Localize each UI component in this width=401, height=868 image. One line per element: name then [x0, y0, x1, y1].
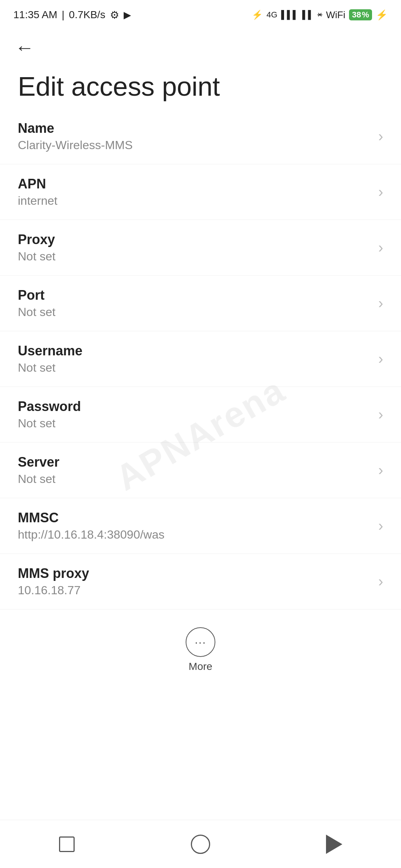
settings-item-value: Not set — [18, 361, 371, 375]
settings-item-content: Proxy Not set — [18, 232, 371, 263]
bottom-nav — [0, 820, 401, 868]
settings-item[interactable]: Name Clarity-Wireless-MMS › — [0, 109, 401, 164]
settings-item-content: Port Not set — [18, 287, 371, 319]
home-button[interactable] — [182, 829, 219, 859]
settings-item[interactable]: MMS proxy 10.16.18.77 › — [0, 554, 401, 609]
settings-item-content: Password Not set — [18, 399, 371, 430]
settings-item-label: Name — [18, 121, 371, 136]
chevron-right-icon: › — [378, 462, 383, 479]
signal-bars2-icon: ▌▌ — [302, 10, 314, 20]
video-icon: ▶ — [124, 9, 131, 21]
signal-bars-icon: ▌▌▌ — [281, 10, 299, 20]
status-bar: 11:35 AM | 0.7KB/s ⚙ ▶ ⚡ 4G ▌▌▌ ▌▌ × WiF… — [0, 0, 401, 27]
settings-item-value: 10.16.18.77 — [18, 583, 371, 597]
settings-item-value: internet — [18, 194, 371, 208]
settings-item-value: Not set — [18, 417, 371, 430]
chevron-right-icon: › — [378, 184, 383, 200]
settings-item-content: Server Not set — [18, 454, 371, 486]
status-right: ⚡ 4G ▌▌▌ ▌▌ × WiFi 38 % ⚡ — [252, 9, 388, 21]
more-button-container: ··· More — [0, 617, 401, 680]
settings-item[interactable]: Proxy Not set › — [0, 220, 401, 276]
settings-item-label: Proxy — [18, 232, 371, 247]
charging-icon: ⚡ — [376, 9, 388, 21]
settings-item-content: MMS proxy 10.16.18.77 — [18, 566, 371, 597]
settings-item-label: APN — [18, 176, 371, 192]
settings-icon: ⚙ — [110, 9, 119, 21]
chevron-right-icon: › — [378, 351, 383, 367]
settings-item-content: Name Clarity-Wireless-MMS — [18, 121, 371, 152]
back-icon — [326, 835, 342, 854]
home-icon — [191, 835, 210, 854]
chevron-right-icon: › — [378, 406, 383, 423]
battery-indicator: 38 % — [349, 9, 372, 20]
recents-icon — [59, 836, 75, 852]
more-label: More — [189, 661, 212, 673]
chevron-right-icon: › — [378, 239, 383, 256]
no-signal-icon: × — [317, 10, 322, 20]
settings-item-label: Server — [18, 454, 371, 470]
settings-item-content: Username Not set — [18, 343, 371, 375]
settings-item-label: MMS proxy — [18, 566, 371, 581]
battery-percent: 38 — [352, 10, 361, 20]
settings-item-label: Username — [18, 343, 371, 359]
settings-item[interactable]: Password Not set › — [0, 387, 401, 443]
settings-item[interactable]: APN internet › — [0, 164, 401, 220]
more-button[interactable]: ··· — [186, 627, 215, 657]
settings-item[interactable]: Server Not set › — [0, 443, 401, 498]
settings-item-content: APN internet — [18, 176, 371, 208]
back-button[interactable]: ← — [15, 38, 34, 57]
settings-item-value: Not set — [18, 250, 371, 263]
settings-item-value: Not set — [18, 472, 371, 486]
settings-item[interactable]: MMSC http://10.16.18.4:38090/was › — [0, 498, 401, 554]
top-nav: ← — [0, 27, 401, 61]
chevron-right-icon: › — [378, 517, 383, 534]
status-left: 11:35 AM | 0.7KB/s ⚙ ▶ — [13, 9, 131, 21]
chevron-right-icon: › — [378, 573, 383, 590]
chevron-right-icon: › — [378, 128, 383, 145]
settings-item-label: MMSC — [18, 510, 371, 526]
chevron-right-icon: › — [378, 295, 383, 312]
wifi-icon: WiFi — [326, 9, 345, 21]
back-nav-button[interactable] — [316, 829, 353, 859]
settings-item-value: Clarity-Wireless-MMS — [18, 138, 371, 152]
speed: | — [62, 9, 64, 21]
settings-item-label: Password — [18, 399, 371, 414]
settings-list: Name Clarity-Wireless-MMS › APN internet… — [0, 109, 401, 617]
time: 11:35 AM — [13, 9, 57, 21]
settings-item[interactable]: Port Not set › — [0, 276, 401, 331]
settings-item-content: MMSC http://10.16.18.4:38090/was — [18, 510, 371, 542]
recents-button[interactable] — [48, 829, 85, 859]
bluetooth-icon: ⚡ — [252, 10, 263, 20]
signal-4g-icon: 4G — [267, 10, 277, 20]
settings-item-value: Not set — [18, 305, 371, 319]
settings-item[interactable]: Username Not set › — [0, 331, 401, 387]
battery-percent-sign: % — [362, 10, 369, 20]
settings-item-label: Port — [18, 287, 371, 303]
network-speed: 0.7KB/s — [69, 9, 105, 21]
page-title: Edit access point — [0, 61, 401, 109]
more-dots-icon: ··· — [195, 637, 206, 648]
settings-item-value: http://10.16.18.4:38090/was — [18, 528, 371, 542]
